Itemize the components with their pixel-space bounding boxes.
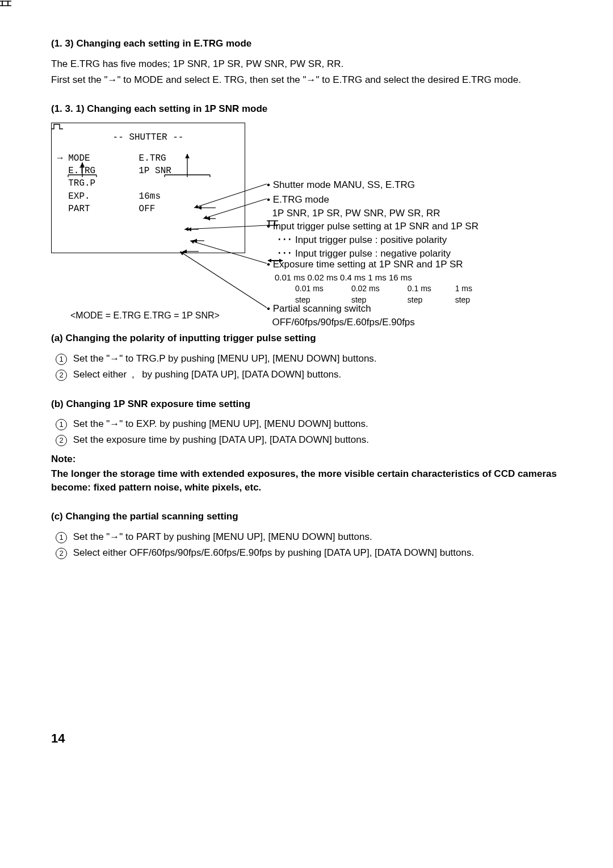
note-title: Note:: [51, 452, 562, 466]
step-a-1: 1 Set the "→" to TRG.P by pushing [MENU …: [56, 352, 562, 366]
heading-b: (b) Changing 1P SNR exposure time settin…: [51, 397, 562, 411]
section-c: (c) Changing the partial scanning settin…: [51, 510, 562, 559]
diagram-connectors: [51, 123, 562, 316]
step-a-2-post: by pushing [DATA UP], [DATA DOWN] button…: [142, 369, 341, 380]
step-a-2: 2 Select either , by pushing [DATA UP], …: [56, 368, 562, 381]
step-a-1-text: Set the "→" to TRG.P by pushing [MENU UP…: [73, 353, 377, 364]
section-1-3-1: (1. 3. 1) Changing each setting in 1P SN…: [51, 102, 562, 316]
page-number: 14: [51, 730, 562, 748]
step-b-2-text: Set the exposure time by pushing [DATA U…: [73, 434, 369, 445]
step-a-2-pre: Select either: [73, 369, 127, 380]
para-1-3-line2: First set the "→" to MODE and select E. …: [51, 73, 562, 87]
step-b-1-text: Set the "→" to EXP. by pushing [MENU UP]…: [73, 418, 368, 429]
diagram: Move up down By pushing MENU UP, DOWN Se…: [51, 123, 562, 316]
svg-line-20: [194, 184, 267, 208]
step-b-1: 1 Set the "→" to EXP. by pushing [MENU U…: [56, 417, 562, 431]
circled-1-icon: 1: [56, 419, 67, 430]
bullet-b5-sub: OFF/60fps/90fps/E.60fps/E.90fps: [272, 317, 414, 328]
circled-1-icon: 1: [56, 354, 67, 365]
svg-line-23: [190, 241, 267, 263]
heading-1-3: (1. 3) Changing each setting in E.TRG mo…: [51, 37, 562, 51]
circled-2-icon: 2: [56, 435, 67, 446]
para-1-3-line1: The E.TRG has five modes; 1P SNR, 1P SR,…: [51, 57, 562, 71]
svg-line-22: [184, 225, 267, 229]
heading-a: (a) Changing the polarity of inputting t…: [51, 332, 562, 345]
step-c-1-text: Set the "→" to PART by pushing [MENU UP]…: [73, 531, 372, 542]
section-a: (a) Changing the polarity of inputting t…: [51, 332, 562, 381]
circled-2-icon: 2: [56, 370, 67, 381]
section-1-3: (1. 3) Changing each setting in E.TRG mo…: [51, 37, 562, 86]
heading-c: (c) Changing the partial scanning settin…: [51, 510, 562, 523]
section-b: (b) Changing 1P SNR exposure time settin…: [51, 397, 562, 494]
step-c-1: 1 Set the "→" to PART by pushing [MENU U…: [56, 530, 562, 544]
circled-1-icon: 1: [56, 532, 67, 543]
note-body: The longer the storage time with extende…: [51, 467, 562, 494]
step-c-2: 2 Select either OFF/60fps/90fps/E.60fps/…: [56, 546, 562, 560]
step-b-2: 2 Set the exposure time by pushing [DATA…: [56, 433, 562, 447]
step-c-2-text: Select either OFF/60fps/90fps/E.60fps/E.…: [73, 547, 474, 558]
heading-1-3-1: (1. 3. 1) Changing each setting in 1P SN…: [51, 102, 562, 116]
circled-2-icon: 2: [56, 548, 67, 559]
svg-line-24: [180, 251, 267, 308]
